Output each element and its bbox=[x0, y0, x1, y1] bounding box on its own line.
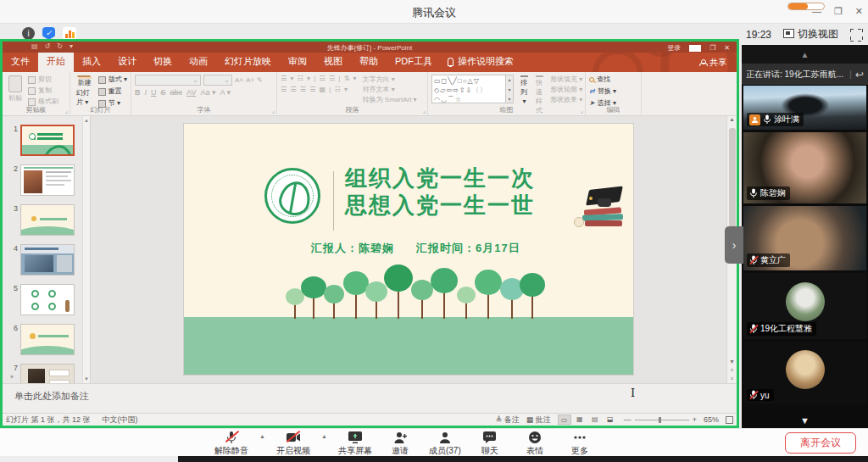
participant-video[interactable]: 19化工程慧雅 bbox=[743, 273, 866, 339]
tab-pdf-tools[interactable]: PDF工具 bbox=[387, 53, 441, 72]
slide-thumbnail[interactable]: 3 bbox=[8, 204, 90, 236]
reply-arrow-icon[interactable]: ↩ bbox=[855, 69, 864, 81]
font-color-button[interactable]: A ▾ bbox=[220, 88, 231, 97]
ppt-share-button[interactable]: 共享 bbox=[699, 57, 726, 69]
share-screen-button[interactable]: 共享屏幕 bbox=[338, 430, 372, 457]
previous-slide-button[interactable]: « bbox=[729, 369, 735, 372]
copy-button[interactable]: 复制 bbox=[28, 86, 58, 96]
tab-home[interactable]: 开始 bbox=[38, 53, 74, 72]
minimize-button[interactable]: — bbox=[812, 6, 821, 16]
participant-video[interactable]: 涂叶满 bbox=[743, 86, 866, 130]
slide-thumbnail[interactable]: 2 bbox=[8, 164, 90, 196]
participant-video[interactable]: 黄立广 bbox=[743, 206, 866, 270]
shapes-gallery[interactable]: ▭◻╲╱□○△▽ ◇▱⇦⇨⇧⇩〈〉 ◠◡⌒☆ bbox=[431, 75, 506, 103]
slide-title[interactable]: 组织入党一生一次 思想入党一生一世 bbox=[345, 164, 535, 219]
zoom-level[interactable]: 65% bbox=[704, 415, 719, 424]
thumbnail-scrollbar[interactable]: ▲▼ bbox=[82, 116, 90, 383]
next-slide-button[interactable]: » bbox=[729, 377, 735, 381]
strikethrough-button[interactable]: S bbox=[161, 88, 166, 97]
tab-insert[interactable]: 插入 bbox=[74, 53, 109, 72]
more-button[interactable]: 更多 bbox=[563, 430, 597, 457]
sorter-view-button[interactable]: ▦ bbox=[573, 415, 587, 425]
leave-meeting-button[interactable]: 离开会议 bbox=[785, 432, 856, 454]
reading-view-button[interactable]: ▤ bbox=[588, 415, 602, 425]
participant-video[interactable]: yu bbox=[743, 342, 866, 404]
slide-thumbnail[interactable]: 4 bbox=[8, 244, 90, 276]
paste-button[interactable]: 粘贴 bbox=[6, 75, 25, 106]
arrange-button[interactable]: 排列▾ bbox=[518, 75, 531, 106]
shape-fill-button[interactable]: 形状填充 ▾ bbox=[550, 75, 582, 84]
font-dialog-launcher[interactable]: ⌟ bbox=[272, 108, 275, 114]
shapes-gallery-scroll[interactable]: ▴▾▾ bbox=[506, 75, 514, 103]
ppt-close-button[interactable]: ✕ bbox=[724, 44, 730, 52]
paragraph-dialog-launcher[interactable]: ⌟ bbox=[423, 108, 426, 114]
sidebar-scroll-down[interactable]: ▼ bbox=[742, 415, 868, 426]
tab-file[interactable]: 文件 bbox=[3, 53, 38, 72]
text-shadow-button[interactable]: abc bbox=[170, 88, 183, 97]
zoom-slider[interactable] bbox=[635, 420, 689, 420]
font-size-select[interactable]: ⌄ bbox=[203, 75, 232, 86]
scrollbar-thumb[interactable] bbox=[729, 128, 736, 230]
tab-slideshow[interactable]: 幻灯片放映 bbox=[216, 53, 280, 72]
new-slide-button[interactable]: 新建幻灯片 ▾ bbox=[74, 75, 95, 106]
underline-button[interactable]: U bbox=[151, 88, 157, 97]
tab-review[interactable]: 审阅 bbox=[280, 53, 315, 72]
layout-button[interactable]: 版式 ▾ bbox=[98, 75, 127, 85]
replace-button[interactable]: ⇄替换 ▾ bbox=[589, 86, 637, 97]
close-button[interactable]: ✕ bbox=[855, 6, 863, 16]
fit-slide-button[interactable] bbox=[726, 416, 733, 424]
shrink-font-button[interactable]: A˅ bbox=[246, 76, 254, 84]
ppt-minimize-button[interactable] bbox=[689, 45, 701, 52]
font-name-select[interactable]: ⌄ bbox=[135, 75, 201, 86]
slide-thumbnail[interactable]: ✶7 bbox=[8, 364, 90, 383]
tab-animations[interactable]: 动画 bbox=[181, 53, 216, 72]
ppt-account-label[interactable]: 登录 bbox=[667, 43, 681, 53]
change-case-button[interactable]: Aa ▾ bbox=[200, 88, 215, 97]
slide-thumbnail[interactable]: 5 bbox=[8, 284, 90, 315]
scroll-up-icon[interactable]: ▲ bbox=[729, 116, 735, 122]
drawing-dialog-launcher[interactable]: ⌟ bbox=[581, 108, 583, 114]
meeting-protect-shield-icon[interactable]: ✓ bbox=[42, 27, 55, 40]
scroll-down-icon[interactable]: ▼ bbox=[729, 359, 735, 365]
align-text-button[interactable]: 对齐文本 ▾ bbox=[363, 85, 417, 94]
sidebar-collapse-handle[interactable]: › bbox=[725, 226, 743, 264]
sidebar-collapse-up[interactable]: ▲ bbox=[742, 45, 868, 64]
tell-me-search[interactable]: 操作说明搜索 bbox=[441, 53, 520, 72]
notes-toggle[interactable]: ≜ 备注 bbox=[496, 415, 520, 426]
fullscreen-icon[interactable] bbox=[850, 29, 861, 40]
mic-options-caret[interactable]: ▲ bbox=[259, 433, 265, 439]
reset-button[interactable]: 重置 bbox=[98, 86, 127, 97]
meeting-info-icon[interactable]: i bbox=[22, 27, 35, 40]
clear-format-button[interactable]: ✎ bbox=[257, 76, 263, 84]
slide-thumbnail[interactable]: 1 bbox=[8, 125, 90, 156]
network-signal-icon[interactable] bbox=[63, 27, 76, 40]
text-direction-button[interactable]: 文字方向 ▾ bbox=[363, 75, 417, 84]
find-button[interactable]: 查找 bbox=[589, 75, 637, 85]
zoom-in-button[interactable]: + bbox=[693, 415, 697, 424]
chat-button[interactable]: 聊天 bbox=[473, 430, 507, 457]
bold-button[interactable]: B bbox=[135, 88, 141, 97]
slide-thumbnail[interactable]: 6 bbox=[8, 324, 90, 355]
current-slide[interactable]: 组织入党一生一次 思想入党一生一世 汇报人：陈碧娴 汇报时间：6月17日 bbox=[184, 124, 633, 375]
maximize-button[interactable]: ❐ bbox=[834, 6, 843, 16]
align-buttons[interactable]: ☰ ☰ ☰ ☰ ▦ | ☷ ▾ bbox=[281, 86, 358, 93]
bullet-list-buttons[interactable]: ☰ ▾ ☷ ▾ | ☲ ☲ | ⇅ ▾ bbox=[281, 75, 358, 82]
normal-view-button[interactable]: ▭ bbox=[558, 415, 571, 425]
tab-view[interactable]: 视图 bbox=[315, 53, 351, 72]
start-video-button[interactable]: 开启视频 bbox=[276, 430, 310, 457]
slideshow-view-button[interactable]: ⬓ bbox=[604, 415, 617, 425]
italic-button[interactable]: I bbox=[145, 88, 147, 97]
zoom-out-button[interactable]: — bbox=[624, 415, 632, 424]
ppt-maximize-button[interactable]: ❐ bbox=[709, 44, 715, 52]
shape-effects-button[interactable]: 形状效果 ▾ bbox=[550, 95, 582, 104]
tab-transitions[interactable]: 切换 bbox=[145, 53, 181, 72]
members-button[interactable]: 成员(37) bbox=[428, 430, 462, 457]
invite-button[interactable]: 邀请 bbox=[383, 430, 417, 457]
unmute-button[interactable]: 解除静音 bbox=[214, 430, 248, 457]
video-options-caret[interactable]: ▲ bbox=[321, 433, 327, 439]
cut-button[interactable]: 剪切 bbox=[28, 75, 58, 85]
clipboard-dialog-launcher[interactable]: ⌟ bbox=[65, 108, 68, 114]
slide-subtitle[interactable]: 汇报人：陈碧娴 汇报时间：6月17日 bbox=[311, 241, 633, 256]
smartart-button[interactable]: 转换为 SmartArt ▾ bbox=[363, 95, 417, 104]
shape-outline-button[interactable]: 形状轮廓 ▾ bbox=[550, 85, 582, 94]
